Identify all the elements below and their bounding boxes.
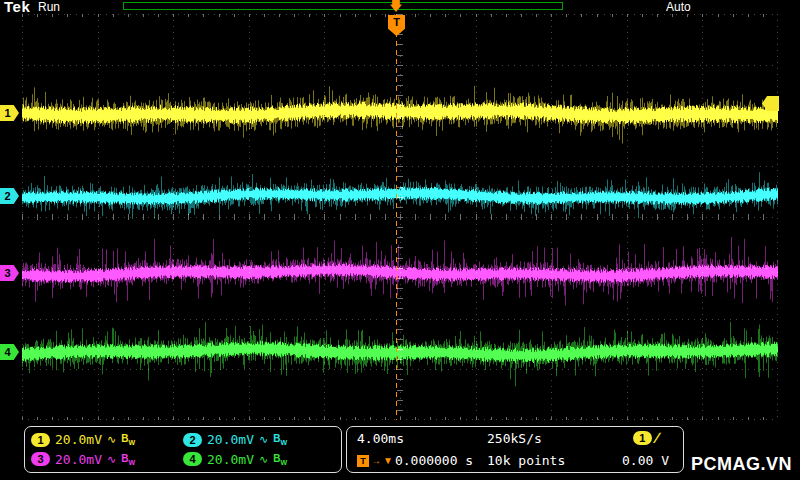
watermark: PCMAG.VN xyxy=(691,454,792,475)
channel-3-scale: 20.0mV xyxy=(55,452,102,467)
channel-1-coupling-icon: ∿ xyxy=(107,434,116,445)
channel-2-coupling-icon: ∿ xyxy=(259,434,268,445)
channel-4-readout: 4 20.0mV ∿ BW xyxy=(183,452,335,467)
trigger-slope-icon: ∕ xyxy=(656,431,659,445)
channel-3-marker-label: 3 xyxy=(4,267,10,279)
channel-2-bandwidth-icon: BW xyxy=(273,433,287,446)
channel-2-position-marker[interactable]: 2 xyxy=(0,188,19,204)
channel-1-marker-label: 1 xyxy=(4,107,10,119)
horizontal-trigger-box: 4.00ms T → ▼ 0.000000 s 250kS/s 10k poin… xyxy=(346,426,684,473)
channel-1-badge[interactable]: 1 xyxy=(31,433,50,447)
channel-1-scale: 20.0mV xyxy=(55,432,102,447)
channel-readouts-box: 1 20.0mV ∿ BW 2 20.0mV ∿ BW 3 20.0mV ∿ B… xyxy=(24,426,342,473)
channel-3-readout: 3 20.0mV ∿ BW xyxy=(31,452,183,467)
trigger-time-readout: T → ▼ 0.000000 s xyxy=(357,453,487,468)
trigger-mode-label: Auto xyxy=(666,0,691,14)
channel-1-position-marker[interactable]: 1 xyxy=(0,105,19,121)
channel-4-bandwidth-icon: BW xyxy=(273,453,287,466)
channel-3-badge[interactable]: 3 xyxy=(31,452,50,466)
trigger-delay-icon: ▼ xyxy=(383,456,393,466)
channel-2-badge[interactable]: 2 xyxy=(183,433,202,447)
channel-2-readout: 2 20.0mV ∿ BW xyxy=(183,432,335,447)
channel-1-readout: 1 20.0mV ∿ BW xyxy=(31,432,183,447)
trigger-t-icon: T xyxy=(357,455,369,467)
trigger-flag-label: T xyxy=(393,15,400,36)
channel-4-scale: 20.0mV xyxy=(207,452,254,467)
channel-3-bandwidth-icon: BW xyxy=(121,453,135,466)
trigger-arrow-icon: → xyxy=(371,456,381,466)
acquisition-run-status: Run xyxy=(38,0,60,14)
sample-rate: 250kS/s xyxy=(487,431,599,446)
record-length: 10k points xyxy=(487,453,599,468)
channel-4-marker-label: 4 xyxy=(4,346,10,358)
trigger-level-value: 0.00 V xyxy=(622,453,669,468)
channel-1-bandwidth-icon: BW xyxy=(121,433,135,446)
time-per-division: 4.00ms xyxy=(357,431,487,446)
channel-2-marker-label: 2 xyxy=(4,190,10,202)
trigger-source-readout: 1 ∕ xyxy=(633,431,659,445)
channel-4-position-marker[interactable]: 4 xyxy=(0,344,19,360)
record-view-bar[interactable] xyxy=(123,2,563,10)
channel-3-coupling-icon: ∿ xyxy=(107,454,116,465)
channel-4-coupling-icon: ∿ xyxy=(259,454,268,465)
waveform-canvas xyxy=(22,14,778,420)
tek-logo: Tek xyxy=(4,0,30,15)
channel-4-badge[interactable]: 4 xyxy=(183,452,202,466)
graticule-area xyxy=(22,14,778,420)
trigger-time-value: 0.000000 s xyxy=(395,453,473,468)
channel-3-position-marker[interactable]: 3 xyxy=(0,265,19,281)
trigger-source-badge[interactable]: 1 xyxy=(633,431,652,445)
oscilloscope-screen: Tek Run Auto T 1 2 3 4 1 20.0mV ∿ BW 2 2… xyxy=(0,0,800,480)
channel-2-scale: 20.0mV xyxy=(207,432,254,447)
